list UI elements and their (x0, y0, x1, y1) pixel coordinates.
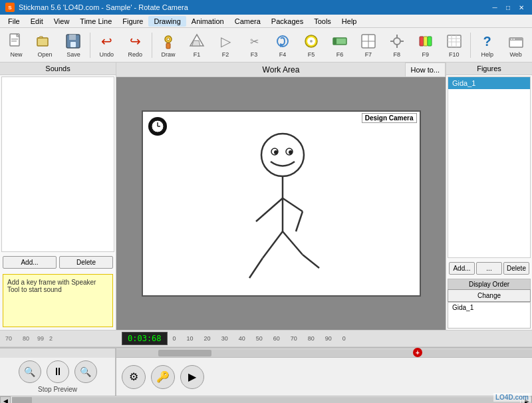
f7-button[interactable]: F7 (354, 30, 382, 61)
menu-help[interactable]: Help (336, 16, 362, 27)
draw-icon (159, 32, 178, 51)
f10-icon (445, 32, 464, 51)
f3-icon: ✂ (245, 32, 263, 51)
svg-rect-4 (37, 38, 48, 46)
menu-edit[interactable]: Edit (25, 16, 49, 27)
scroll-left-area (0, 348, 116, 358)
f1-button[interactable]: F1 (184, 30, 211, 61)
scroll-thumb[interactable] (158, 350, 211, 356)
svg-marker-12 (192, 41, 200, 46)
stickman-figure (183, 125, 382, 291)
howto-button[interactable]: How to... (405, 63, 446, 77)
sounds-delete-button[interactable]: Delete (59, 256, 113, 269)
f9-button[interactable]: F9 (412, 30, 439, 61)
f2-label: F2 (222, 51, 229, 58)
ruler-num-80: 80 (23, 335, 29, 342)
sounds-buttons: Add... Delete (0, 253, 116, 271)
svg-point-38 (511, 39, 512, 40)
f8-icon (388, 32, 406, 51)
menu-packages[interactable]: Packages (266, 16, 309, 27)
titlebar-title: Stickman 5.6 'LO4D.com - Sample' - Rotat… (19, 3, 188, 11)
new-button[interactable]: New (3, 30, 30, 61)
help-button[interactable]: ? Help (473, 30, 501, 61)
f4-label: F4 (279, 51, 287, 58)
timeline-scrollbar: + (0, 348, 532, 357)
svg-point-47 (274, 150, 278, 154)
scroll-left-arrow[interactable]: ◀ (0, 396, 11, 403)
menu-tools[interactable]: Tools (309, 16, 336, 27)
app-icon: S (5, 3, 15, 12)
pause-button[interactable]: ⏸ (47, 360, 69, 383)
timeline-left-controls: 70 80 99 2 (3, 335, 119, 342)
f3-button[interactable]: ✂ F3 (241, 30, 268, 61)
preview-area: 🔍 ⏸ 🔍 Stop Preview ⚙ 🔑 ▶ (0, 357, 532, 396)
redo-button[interactable]: ↪ Redo (122, 30, 149, 61)
figures-ellipsis-button[interactable]: ... (476, 262, 502, 275)
ruler-30: 30 (221, 335, 228, 342)
f6-button[interactable]: F6 (326, 30, 353, 61)
toolbar-separator-3 (470, 33, 471, 58)
display-order-item-gida1: Gida_1 (448, 303, 530, 313)
design-camera-label: Design Camera (362, 113, 417, 123)
sounds-list (1, 76, 114, 252)
f8-button[interactable]: F8 (383, 30, 410, 61)
f5-button[interactable]: F5 (297, 30, 325, 61)
save-button[interactable]: Save (60, 30, 87, 61)
play-button[interactable]: ▶ (180, 365, 204, 389)
menu-timeline[interactable]: Time Line (74, 16, 117, 27)
scroll-track[interactable] (116, 349, 532, 357)
red-marker[interactable]: + (413, 348, 422, 357)
minimize-button[interactable]: ─ (489, 2, 500, 13)
figure-item-gida1[interactable]: Gida_1 (448, 77, 530, 89)
save-icon (64, 32, 82, 51)
svg-line-54 (263, 231, 283, 258)
figures-delete-button[interactable]: Delete (503, 262, 529, 275)
figures-add-button[interactable]: Add... (449, 262, 475, 275)
search-right-button[interactable]: 🔍 (74, 360, 97, 383)
menu-view[interactable]: View (49, 16, 75, 27)
bottom-scroll-track[interactable] (12, 397, 520, 403)
undo-label: Undo (100, 51, 114, 58)
work-area-container: Work Area How to... Design Camera (116, 63, 446, 330)
change-button[interactable]: Change (448, 289, 531, 302)
open-button[interactable]: Open (31, 30, 59, 61)
menu-figure[interactable]: Figure (117, 16, 148, 27)
work-area-header: Work Area How to... (116, 63, 446, 77)
undo-icon: ↩ (97, 32, 116, 51)
f4-button[interactable]: F4 (269, 30, 297, 61)
menu-file[interactable]: File (3, 16, 25, 27)
display-order: Display Order Change Gida_1 (448, 279, 531, 329)
sounds-header: Sounds (0, 63, 116, 75)
clock-icon (148, 117, 167, 136)
bottom-scroll-thumb[interactable] (12, 397, 32, 403)
help-icon: ? (478, 32, 497, 51)
close-button[interactable]: ✕ (516, 2, 527, 13)
menu-drawing[interactable]: Drawing (148, 16, 186, 27)
maximize-button[interactable]: □ (503, 2, 513, 13)
undo-button[interactable]: ↩ Undo (93, 30, 120, 61)
ruler-num-70: 70 (5, 335, 12, 342)
f9-label: F9 (422, 51, 430, 58)
f10-button[interactable]: F10 (440, 30, 467, 61)
ruler-20: 20 (204, 335, 211, 342)
draw-button[interactable]: Draw (155, 30, 182, 61)
wrench-button[interactable]: ⚙ (122, 365, 146, 389)
menu-animation[interactable]: Animation (186, 16, 229, 27)
main-area: Sounds Add... Delete Add a key frame wit… (0, 63, 532, 403)
f2-button[interactable]: ▷ F2 (212, 30, 239, 61)
svg-line-52 (283, 198, 303, 211)
open-label: Open (37, 51, 52, 58)
menu-camera[interactable]: Camera (229, 16, 266, 27)
svg-rect-19 (333, 38, 336, 45)
timeline-center-controls: 0:03:68 (122, 332, 168, 345)
key-button[interactable]: 🔑 (151, 365, 175, 389)
sounds-add-button[interactable]: Add... (3, 256, 57, 269)
time-display: 0:03:68 (122, 332, 168, 345)
web-button[interactable]: Web (502, 30, 529, 61)
search-left-button[interactable]: 🔍 (19, 360, 41, 383)
ruler-10: 10 (187, 335, 194, 342)
sounds-panel: Sounds Add... Delete Add a key frame wit… (0, 63, 116, 330)
redo-label: Redo (128, 51, 142, 58)
canvas-area[interactable]: Design Camera (116, 77, 446, 330)
ruler-num-2: 2 (49, 335, 53, 342)
